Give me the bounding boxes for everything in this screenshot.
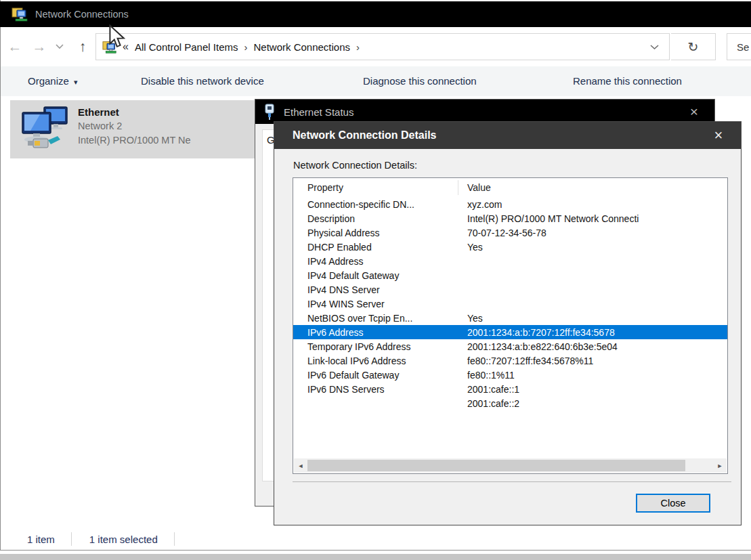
ethernet-status-title: Ethernet Status — [284, 106, 353, 118]
statusbar-divider — [174, 532, 175, 546]
property-cell: IPv4 Address — [293, 256, 458, 267]
window-bottom-border — [0, 550, 751, 551]
table-row[interactable]: DHCP Enabled Yes — [293, 240, 727, 254]
details-listview: Property Value Connection-specific DN...… — [293, 177, 728, 474]
organize-menu-button[interactable]: Organize▾ — [28, 66, 77, 96]
details-dialog-title: Network Connection Details — [293, 129, 436, 142]
refresh-button[interactable]: ↻ — [671, 33, 716, 60]
table-row[interactable]: Temporary IPv6 Address 2001:1234:a:b:e82… — [293, 339, 727, 353]
breadcrumb-item-all-control-panel-items[interactable]: All Control Panel Items — [135, 41, 238, 53]
column-header-property[interactable]: Property — [293, 182, 458, 193]
property-cell: IPv4 DNS Server — [293, 284, 458, 295]
item-count: 1 item — [27, 534, 55, 545]
column-header-value[interactable]: Value — [458, 182, 491, 193]
table-row[interactable]: Description Intel(R) PRO/1000 MT Network… — [293, 211, 727, 225]
scrollbar-thumb[interactable] — [307, 460, 685, 471]
table-row[interactable]: 2001:cafe::2 — [293, 396, 727, 410]
table-row[interactable]: Connection-specific DN... xyz.com — [293, 197, 727, 211]
breadcrumb-chevron-icon[interactable]: › — [244, 41, 247, 53]
ethernet-plug-icon — [263, 103, 276, 121]
value-cell: 2001:1234:a:b:e822:640:6b3e:5e04 — [458, 341, 727, 352]
statusbar-divider — [71, 532, 72, 546]
connection-name: Ethernet — [78, 105, 262, 119]
property-cell: IPv6 Default Gateway — [293, 370, 458, 381]
property-cell: IPv4 WINS Server — [293, 299, 458, 309]
connection-network: Network 2 — [78, 119, 262, 133]
table-row[interactable]: IPv4 Default Gateway — [293, 268, 727, 282]
breadcrumb-overflow-icon[interactable]: « — [123, 41, 129, 53]
table-row[interactable]: IPv4 Address — [293, 254, 727, 268]
property-cell: Physical Address — [293, 228, 458, 238]
network-connection-details-dialog: Network Connection Details × Network Con… — [274, 121, 742, 525]
details-dialog-close-icon[interactable]: × — [703, 122, 734, 149]
value-cell: xyz.com — [458, 199, 727, 210]
organize-caret-icon: ▾ — [74, 78, 78, 86]
address-chevron-down-icon[interactable] — [649, 44, 660, 50]
table-row[interactable]: IPv4 DNS Server — [293, 282, 727, 297]
diagnose-connection-command[interactable]: Diagnose this connection — [363, 66, 477, 96]
ethernet-status-close-icon[interactable]: × — [679, 100, 709, 124]
window-titlebar: Network Connections — [0, 1, 751, 27]
search-input[interactable]: Se — [727, 33, 751, 60]
property-cell: IPv4 Default Gateway — [293, 270, 458, 281]
search-text: Se — [737, 41, 749, 53]
table-row[interactable]: Link-local IPv6 Address fe80::7207:12ff:… — [293, 353, 727, 368]
command-toolbar: Organize▾ Disable this network device Di… — [1, 66, 751, 96]
property-cell: Description — [293, 213, 458, 224]
scroll-left-icon[interactable]: ◄ — [294, 458, 307, 473]
breadcrumb-item-network-connections[interactable]: Network Connections — [253, 41, 350, 53]
connection-item-text: Ethernet Network 2 Intel(R) PRO/1000 MT … — [78, 105, 262, 148]
history-chevron-down-icon[interactable] — [55, 43, 70, 49]
navigation-bar: ← → ↑ « All Control Panel Items › Networ… — [1, 27, 751, 66]
value-cell: Intel(R) PRO/1000 MT Network Connecti — [458, 213, 727, 224]
dialog-separator — [293, 481, 731, 482]
connection-adapter: Intel(R) PRO/1000 MT Ne — [78, 133, 262, 148]
forward-icon[interactable]: → — [29, 37, 49, 57]
table-row[interactable]: IPv4 WINS Server — [293, 297, 727, 311]
value-cell: fe80::1%11 — [458, 370, 727, 381]
ethernet-adapters-icon — [18, 106, 70, 153]
details-list-label: Network Connection Details: — [293, 160, 417, 171]
details-dialog-titlebar[interactable]: Network Connection Details × — [274, 122, 741, 149]
value-cell: 2001:1234:a:b:7207:12ff:fe34:5678 — [458, 327, 727, 338]
connection-item-ethernet[interactable]: Ethernet Network 2 Intel(R) PRO/1000 MT … — [10, 100, 262, 158]
address-bar[interactable]: « All Control Panel Items › Network Conn… — [95, 33, 670, 60]
table-row-selected[interactable]: IPv6 Address 2001:1234:a:b:7207:12ff:fe3… — [293, 325, 727, 339]
organize-label: Organize — [28, 75, 69, 87]
table-row[interactable]: IPv6 Default Gateway fe80::1%11 — [293, 368, 727, 382]
listview-header: Property Value — [293, 178, 727, 197]
selected-count: 1 item selected — [89, 534, 158, 545]
horizontal-scrollbar[interactable]: ◄ ► — [294, 458, 727, 473]
disable-device-command[interactable]: Disable this network device — [141, 66, 264, 96]
table-row[interactable]: Physical Address 70-07-12-34-56-78 — [293, 225, 727, 240]
back-icon[interactable]: ← — [5, 37, 25, 57]
column-divider[interactable] — [458, 180, 458, 195]
value-cell: 2001:cafe::1 — [458, 384, 727, 395]
table-row[interactable]: NetBIOS over Tcpip En... Yes — [293, 311, 727, 325]
value-cell: fe80::7207:12ff:fe34:5678%11 — [458, 356, 727, 366]
value-cell: 70-07-12-34-56-78 — [458, 228, 727, 238]
screen: Network Connections ← → ↑ « All Control … — [0, 0, 751, 560]
property-cell: Temporary IPv6 Address — [293, 341, 458, 352]
up-icon[interactable]: ↑ — [72, 37, 93, 57]
screen-edge-strip — [0, 554, 751, 560]
network-connections-icon — [102, 40, 117, 54]
property-cell: IPv6 DNS Servers — [293, 384, 458, 395]
breadcrumb-chevron-icon[interactable]: › — [356, 41, 360, 53]
property-cell: NetBIOS over Tcpip En... — [293, 313, 458, 324]
value-cell: Yes — [458, 313, 727, 324]
value-cell: 2001:cafe::2 — [458, 398, 727, 409]
window-title: Network Connections — [35, 9, 129, 20]
refresh-icon: ↻ — [688, 39, 699, 55]
value-cell: Yes — [458, 242, 727, 253]
scroll-right-icon[interactable]: ► — [713, 458, 727, 473]
property-cell: Connection-specific DN... — [293, 199, 458, 210]
property-cell: Link-local IPv6 Address — [293, 356, 458, 366]
property-cell: DHCP Enabled — [293, 242, 458, 253]
network-connections-icon — [12, 6, 28, 22]
ethernet-status-titlebar[interactable]: Ethernet Status × — [255, 100, 714, 124]
table-row[interactable]: IPv6 DNS Servers 2001:cafe::1 — [293, 382, 727, 396]
property-cell: IPv6 Address — [293, 327, 458, 338]
rename-connection-command[interactable]: Rename this connection — [573, 66, 682, 96]
close-button[interactable]: Close — [636, 494, 710, 513]
